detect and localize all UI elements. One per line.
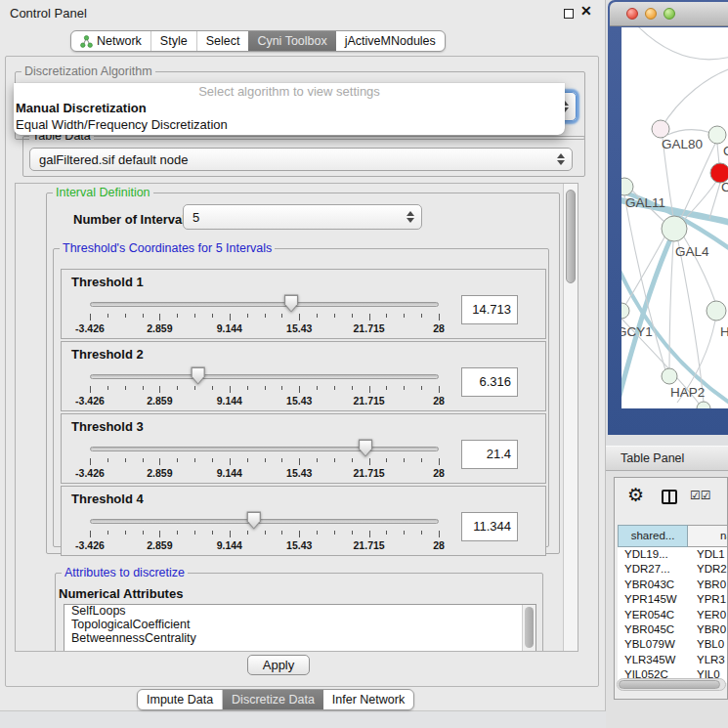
slider-track[interactable] <box>90 519 439 524</box>
tab-infer-network[interactable]: Infer Network <box>323 690 413 709</box>
column-header-name[interactable]: na <box>688 525 728 547</box>
slider-tick <box>299 386 300 393</box>
close-icon[interactable]: ✕ <box>580 3 592 19</box>
slider-track[interactable] <box>90 374 439 379</box>
cell-shared-name[interactable]: YBR043C <box>618 578 688 592</box>
network-node[interactable] <box>652 120 669 138</box>
tab-discretize-data[interactable]: Discretize Data <box>223 690 323 709</box>
cell-name[interactable]: YBR0 <box>688 622 728 637</box>
network-edge[interactable] <box>631 27 728 60</box>
mac-zoom-icon[interactable] <box>664 8 675 20</box>
threshold-panel-3: Threshold 3-3.4262.8599.14415.4321.71528… <box>61 413 546 484</box>
table-row[interactable]: YBR043CYBR0 <box>618 578 728 592</box>
slider-track[interactable] <box>90 447 439 451</box>
mac-minimize-icon[interactable] <box>645 8 657 20</box>
gear-icon[interactable]: ⚙ <box>627 485 644 506</box>
cell-shared-name[interactable]: YBL079W <box>618 637 688 652</box>
cell-name[interactable]: YDL1 <box>688 547 728 562</box>
cell-shared-name[interactable]: YDL19... <box>618 547 688 562</box>
cell-shared-name[interactable]: YLR345W <box>618 653 688 667</box>
tab-impute-data[interactable]: Impute Data <box>138 690 223 709</box>
list-scrollbar[interactable] <box>522 605 535 652</box>
network-window-titlebar[interactable] <box>610 2 728 26</box>
scrollbar-thumb[interactable] <box>566 190 576 283</box>
table-data-combobox[interactable]: galFiltered.sif default node <box>29 148 573 171</box>
threshold-panel-1: Threshold 1-3.4262.8599.14415.4321.71528… <box>61 269 546 339</box>
slider-tick-label: 15.43 <box>286 467 312 479</box>
table-row[interactable]: YLR345WYLR3 <box>618 653 728 667</box>
slider-tick <box>143 314 144 318</box>
column-header-shared[interactable]: shared... <box>618 525 688 547</box>
checkboxes-icon[interactable]: ☑☑ <box>690 489 711 502</box>
threshold-value-field[interactable]: 21.4 <box>461 440 518 469</box>
cell-name[interactable]: YPR1 <box>688 592 728 607</box>
tab-label: Infer Network <box>332 693 405 707</box>
float-window-icon[interactable] <box>564 9 574 19</box>
table-row[interactable]: YDL19...YDL1 <box>618 547 728 562</box>
network-edge[interactable] <box>717 144 719 164</box>
table-row[interactable]: YPR145WYPR1 <box>618 592 728 607</box>
dropdown-placeholder-item[interactable]: Select algorithm to view settings <box>14 83 565 100</box>
top-tab-bar: Network Style Select Cyni Toolbox jActiv… <box>70 30 446 52</box>
network-edge[interactable] <box>681 144 715 218</box>
slider-handle[interactable] <box>190 366 206 385</box>
group-title: Discretization Algorithm <box>21 64 155 79</box>
mac-close-icon[interactable] <box>626 8 638 20</box>
slider-track[interactable] <box>90 302 439 307</box>
attribute-list-item[interactable]: TopologicalCoefficient <box>64 619 535 632</box>
slider-tick-label: 9.144 <box>217 395 242 407</box>
interval-definition-group: Interval Definition Number of Intervals … <box>46 193 560 554</box>
network-node[interactable] <box>621 303 629 319</box>
table-row[interactable]: YDR27...YDR2 <box>618 562 728 577</box>
network-edge[interactable] <box>667 130 711 136</box>
slider-tick-label: -3.426 <box>75 539 105 551</box>
vertical-scrollbar[interactable] <box>563 184 578 651</box>
dropdown-option-equal-width[interactable]: Equal Width/Frequency Discretization <box>14 116 565 133</box>
slider-handle[interactable] <box>245 511 262 530</box>
threshold-value-field[interactable]: 6.316 <box>461 367 518 397</box>
network-node[interactable] <box>662 216 687 241</box>
tab-cyni-toolbox[interactable]: Cyni Toolbox <box>248 31 335 51</box>
network-node[interactable] <box>708 126 726 144</box>
network-node[interactable] <box>662 368 677 384</box>
slider-tick <box>90 531 91 537</box>
slider-handle[interactable] <box>283 294 300 313</box>
cell-name[interactable]: YBL0 <box>688 637 728 652</box>
cell-name[interactable]: YDR2 <box>688 562 728 577</box>
cell-shared-name[interactable]: YBR045C <box>618 622 688 637</box>
table-row[interactable]: YBR045CYBR0 <box>618 622 728 637</box>
cell-shared-name[interactable]: YER054C <box>618 608 688 622</box>
tab-jactivemnodules[interactable]: jActiveMNodules <box>336 31 445 51</box>
table-row[interactable]: YER054CYER0 <box>618 608 728 622</box>
number-of-intervals-combobox[interactable]: 5 <box>183 204 422 230</box>
table-row[interactable]: YBL079WYBL0 <box>618 637 728 652</box>
tab-style[interactable]: Style <box>151 31 197 51</box>
network-edge[interactable] <box>661 68 728 129</box>
attribute-list-item[interactable]: SelfLoops <box>64 605 535 619</box>
threshold-value-field[interactable]: 14.713 <box>461 295 518 324</box>
dropdown-option-manual[interactable]: Manual Discretization <box>14 100 565 116</box>
slider-handle[interactable] <box>358 439 374 457</box>
scrollbar-thumb[interactable] <box>525 607 534 648</box>
cell-name[interactable]: YBR0 <box>688 578 728 592</box>
network-node[interactable] <box>707 301 726 321</box>
apply-button[interactable]: Apply <box>247 655 310 675</box>
attribute-list-item[interactable]: BetweennessCentrality <box>64 632 535 646</box>
horizontal-scrollbar[interactable] <box>617 678 726 691</box>
cell-shared-name[interactable]: YPR145W <box>618 592 688 607</box>
slider-tick <box>107 458 108 462</box>
network-edge[interactable] <box>624 195 665 370</box>
cell-shared-name[interactable]: YDR27... <box>618 562 688 577</box>
table-panel-titlebar[interactable]: Table Panel <box>606 446 728 471</box>
scrollbar-thumb[interactable] <box>619 680 720 689</box>
cell-name[interactable]: YER0 <box>688 608 728 622</box>
threshold-value-field[interactable]: 11.344 <box>461 512 518 541</box>
cell-name[interactable]: YLR3 <box>688 653 728 667</box>
tab-network[interactable]: Network <box>71 31 151 51</box>
tab-select[interactable]: Select <box>197 31 249 51</box>
columns-icon[interactable] <box>662 490 677 504</box>
slider-tick <box>107 314 108 318</box>
network-canvas[interactable]: GAL80GACGAL11GAL4GCY1HHAP2 <box>621 27 728 408</box>
slider-tick <box>230 531 231 537</box>
slider-tick <box>334 531 335 535</box>
